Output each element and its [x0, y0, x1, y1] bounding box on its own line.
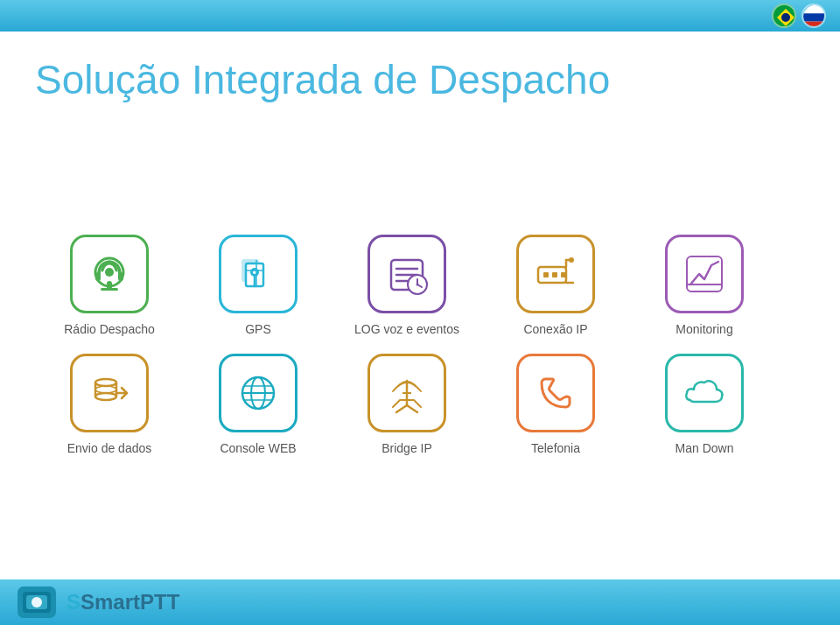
- svg-point-28: [416, 284, 419, 286]
- svg-line-49: [396, 405, 407, 412]
- logo-area: SSmartPTT: [18, 586, 179, 618]
- svg-rect-7: [803, 22, 826, 28]
- svg-rect-6: [803, 13, 826, 21]
- label-gps: GPS: [245, 322, 271, 336]
- bottom-bar: SSmartPTT: [0, 579, 840, 625]
- logo-icon: [18, 586, 56, 618]
- label-telefonia: Telefonia: [531, 441, 580, 455]
- label-envio-dados: Envio de dados: [67, 441, 152, 455]
- svg-point-2: [781, 13, 790, 22]
- item-conexao-ip[interactable]: Conexão IP: [481, 235, 630, 336]
- item-log-voz[interactable]: LOG voz e eventos: [332, 235, 481, 336]
- item-bridge-ip[interactable]: Bridge IP: [332, 354, 481, 455]
- item-monitoring[interactable]: Monitoring: [630, 235, 779, 336]
- svg-rect-32: [561, 272, 566, 277]
- svg-rect-12: [95, 272, 101, 281]
- item-telefonia[interactable]: Telefonia: [481, 354, 630, 455]
- icon-radio-despacho: [70, 235, 149, 313]
- svg-rect-13: [118, 272, 123, 281]
- item-radio-despacho[interactable]: Rádio Despacho: [35, 235, 184, 336]
- svg-point-37: [95, 379, 116, 386]
- main-content: Solução Integrada de Despacho: [0, 32, 840, 579]
- icon-man-down: [665, 354, 744, 432]
- icon-console-web: [219, 354, 298, 432]
- logo-text: SSmartPTT: [66, 590, 179, 614]
- icon-envio-dados: [70, 354, 149, 432]
- russia-flag[interactable]: [802, 4, 826, 28]
- icon-telefonia: [516, 354, 595, 432]
- item-console-web[interactable]: Console WEB: [184, 354, 332, 455]
- icon-row-2: Envio de dados Console WEB: [35, 354, 805, 455]
- page-title: Solução Integrada de Despacho: [35, 58, 805, 102]
- icon-gps: [219, 235, 298, 313]
- icon-monitoring: [665, 235, 744, 313]
- label-radio-despacho: Rádio Despacho: [64, 322, 155, 336]
- svg-rect-11: [101, 288, 118, 291]
- item-envio-dados[interactable]: Envio de dados: [35, 354, 184, 455]
- flag-group: [772, 4, 826, 28]
- svg-rect-5: [803, 5, 826, 13]
- brazil-flag[interactable]: [772, 4, 796, 28]
- svg-point-9: [105, 268, 114, 277]
- label-man-down: Man Down: [676, 441, 734, 455]
- svg-rect-31: [552, 272, 557, 277]
- label-monitoring: Monitoring: [676, 322, 732, 336]
- item-man-down[interactable]: Man Down: [630, 354, 779, 455]
- icon-row-1: Rádio Despacho: [35, 235, 805, 336]
- icon-grid: Rádio Despacho: [35, 129, 805, 562]
- label-console-web: Console WEB: [220, 441, 296, 455]
- label-bridge-ip: Bridge IP: [382, 441, 432, 455]
- svg-rect-30: [543, 272, 549, 277]
- icon-bridge-ip: [368, 354, 446, 432]
- icon-conexao-ip: [516, 235, 595, 313]
- top-bar: [0, 0, 840, 32]
- svg-point-56: [32, 597, 42, 607]
- item-gps[interactable]: GPS: [184, 235, 332, 336]
- svg-line-50: [407, 405, 417, 412]
- label-conexao-ip: Conexão IP: [523, 322, 587, 336]
- icon-log-voz: [368, 235, 446, 313]
- svg-point-40: [95, 393, 116, 400]
- svg-point-33: [569, 257, 574, 263]
- label-log-voz: LOG voz e eventos: [354, 322, 459, 336]
